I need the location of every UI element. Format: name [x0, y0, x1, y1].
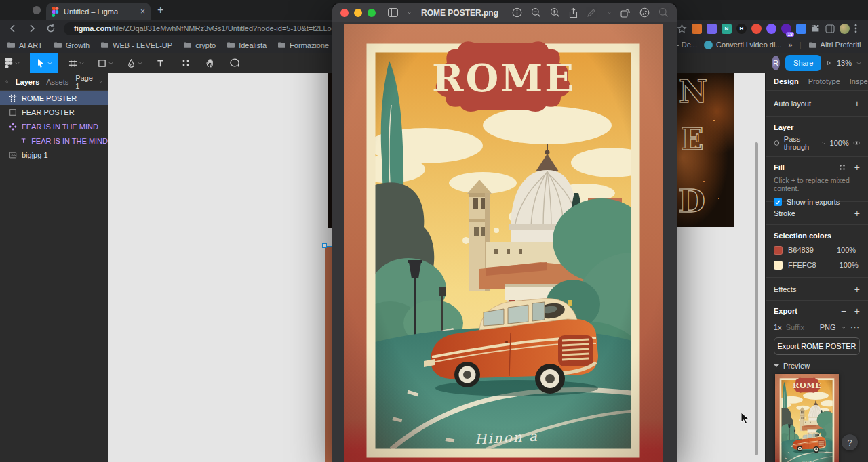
- extension-icon-teal-n[interactable]: N: [722, 24, 732, 34]
- export-scale[interactable]: 1x: [774, 323, 782, 331]
- zoom-out-icon[interactable]: [531, 7, 541, 18]
- tab-design[interactable]: Design: [774, 77, 799, 85]
- extension-icon-blue[interactable]: [796, 24, 806, 34]
- markup-pen-icon[interactable]: [587, 8, 596, 18]
- bookmark-item-converti[interactable]: Converti i video di...: [704, 41, 782, 49]
- present-icon[interactable]: [827, 59, 831, 67]
- visibility-eye-icon[interactable]: [853, 140, 860, 146]
- selection-color-row[interactable]: FFEFC8 100%: [774, 257, 860, 272]
- extension-icon-purple-x[interactable]: [707, 24, 717, 34]
- sidebar-toggle-icon[interactable]: [388, 8, 399, 17]
- selection-color-row[interactable]: B64839 100%: [774, 243, 860, 257]
- frame-tool[interactable]: [64, 53, 89, 73]
- share-button[interactable]: Share: [785, 55, 821, 71]
- export-format[interactable]: PNG: [820, 323, 836, 331]
- layer-row-bigjpg[interactable]: bigjpg 1: [0, 148, 108, 162]
- export-more-options[interactable]: ···: [850, 323, 860, 331]
- new-tab-button[interactable]: +: [157, 4, 163, 16]
- checkbox-checked-icon[interactable]: [774, 198, 782, 206]
- extension-icon-h[interactable]: H: [736, 24, 747, 34]
- extension-icon-violet[interactable]: [766, 24, 776, 34]
- browser-profile-avatar[interactable]: [840, 24, 850, 34]
- browser-menu-icon[interactable]: [854, 24, 857, 33]
- selection-handle[interactable]: [322, 243, 327, 248]
- canvas-scrollbar[interactable]: [755, 142, 758, 455]
- tab-layers[interactable]: Layers: [16, 78, 39, 86]
- bookmarks-overflow-chevrons[interactable]: »: [789, 41, 793, 49]
- share-icon[interactable]: [569, 7, 578, 18]
- bookmark-item[interactable]: Formazione: [277, 41, 329, 49]
- layer-row-component[interactable]: FEAR IS IN THE MIND: [0, 119, 108, 133]
- zoom-in-icon[interactable]: [550, 7, 560, 18]
- add-export-button[interactable]: +: [854, 306, 860, 316]
- add-effect-button[interactable]: +: [854, 284, 860, 295]
- pen-tool[interactable]: [122, 53, 147, 73]
- help-button[interactable]: ?: [842, 434, 858, 450]
- back-icon[interactable]: [8, 24, 18, 33]
- remove-export-button[interactable]: −: [841, 306, 846, 316]
- blend-mode-icon[interactable]: [774, 139, 780, 147]
- layer-opacity[interactable]: 100%: [830, 139, 849, 147]
- color-swatch-red[interactable]: [774, 246, 783, 255]
- styles-icon[interactable]: [838, 163, 846, 171]
- preview-window[interactable]: ROME POSTER.png: [332, 3, 677, 462]
- url-bar[interactable]: figma.com/file/ZOqa831eMwhNfNMRz3vGs1/Un…: [64, 22, 349, 35]
- tab-assets[interactable]: Assets: [46, 78, 68, 86]
- fear-poster-canvas-object[interactable]: N E D: [677, 73, 734, 227]
- search-icon[interactable]: [658, 7, 669, 18]
- resources-tool[interactable]: [176, 53, 195, 73]
- extension-icon-badged[interactable]: 18: [781, 24, 791, 34]
- search-icon[interactable]: [5, 78, 9, 85]
- user-avatar[interactable]: R: [772, 56, 780, 70]
- annotate-icon[interactable]: [639, 7, 650, 18]
- add-fill-button[interactable]: +: [854, 162, 860, 173]
- screen: Untitled – Figma × + figma.com/file/ZOqa…: [0, 0, 868, 462]
- tab-inspect[interactable]: Inspect: [850, 77, 868, 85]
- text-tool[interactable]: [151, 53, 170, 73]
- page-selector[interactable]: Page 1: [75, 74, 102, 90]
- tab-close-icon[interactable]: ×: [140, 7, 145, 16]
- forward-icon[interactable]: [27, 24, 37, 33]
- bookmark-folder-altri[interactable]: Altri Preferiti: [808, 41, 861, 49]
- shape-tool[interactable]: [93, 53, 118, 73]
- comment-tool[interactable]: [225, 53, 244, 73]
- rotate-icon[interactable]: [620, 8, 631, 18]
- reload-icon[interactable]: [46, 24, 56, 33]
- window-controls[interactable]: [340, 9, 376, 17]
- selection-colors-section: Selection colors B64839 100% FFEFC8 100%: [766, 225, 868, 278]
- bookmark-item[interactable]: crypto: [183, 41, 216, 49]
- hand-tool[interactable]: [201, 53, 220, 73]
- zoom-menu[interactable]: 13%: [837, 59, 861, 67]
- layer-row-fear-poster[interactable]: FEAR POSTER: [0, 105, 108, 119]
- extension-icon-orange[interactable]: [692, 24, 702, 34]
- add-auto-layout-button[interactable]: +: [854, 98, 860, 109]
- bookmark-item[interactable]: Idealista: [226, 41, 267, 49]
- chevron-down-icon[interactable]: [407, 11, 412, 14]
- info-icon[interactable]: [512, 7, 522, 18]
- color-swatch-cream[interactable]: [774, 261, 783, 270]
- tab-title: Untitled – Figma: [64, 7, 136, 16]
- extension-icon-red-key[interactable]: [751, 24, 762, 34]
- tab-prototype[interactable]: Prototype: [808, 77, 840, 85]
- export-suffix-input[interactable]: [786, 323, 816, 331]
- bookmark-item-truncated[interactable]: - De...: [677, 41, 697, 49]
- bookmark-star-icon[interactable]: [677, 24, 687, 34]
- layer-row-rome-poster[interactable]: ROME POSTER: [0, 91, 108, 105]
- bookmark-item[interactable]: Growth: [54, 41, 90, 49]
- layer-row-text-child[interactable]: FEAR IS IN THE MIND: [0, 133, 108, 148]
- export-rome-poster-button[interactable]: Export ROME POSTER: [774, 337, 860, 355]
- figma-main-menu[interactable]: [0, 53, 24, 73]
- chevron-down-icon: [108, 62, 113, 65]
- blend-mode-value[interactable]: Pass through: [784, 135, 816, 151]
- layer-section-title: Layer: [774, 121, 860, 134]
- browser-tab[interactable]: Untitled – Figma ×: [46, 3, 151, 20]
- chevron-down-icon[interactable]: [607, 11, 612, 14]
- bookmark-item[interactable]: AI ART: [7, 41, 43, 49]
- add-stroke-button[interactable]: +: [854, 208, 860, 219]
- bookmark-item[interactable]: WEB - LEVEL-UP: [100, 41, 172, 49]
- fear-poster-left-sliver[interactable]: [328, 73, 332, 228]
- side-panel-icon[interactable]: [825, 24, 835, 33]
- preview-window-titlebar[interactable]: ROME POSTER.png: [332, 3, 677, 22]
- move-tool[interactable]: [30, 53, 58, 73]
- extensions-puzzle-icon[interactable]: [811, 24, 821, 33]
